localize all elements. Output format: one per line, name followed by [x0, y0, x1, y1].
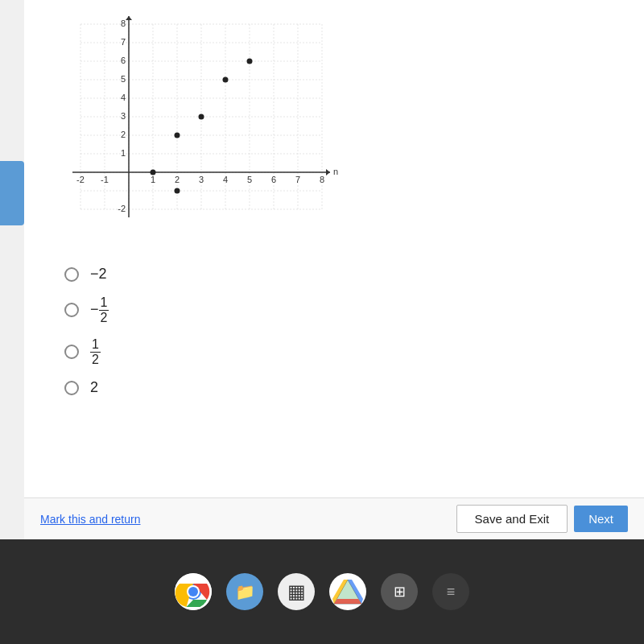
choice-d[interactable]: 2 [64, 379, 620, 396]
taskbar-icons: 📁 ▦ ⊞ ≡ [175, 573, 469, 610]
fraction-b-denominator: 2 [99, 311, 109, 325]
fraction-c-numerator: 1 [90, 337, 101, 353]
svg-marker-8 [334, 599, 361, 604]
app2-icon[interactable]: ≡ [432, 573, 469, 610]
svg-point-3 [188, 587, 198, 597]
radio-b[interactable] [64, 303, 79, 317]
choice-a[interactable]: −2 [64, 266, 620, 283]
fraction-c: 1 2 [90, 337, 101, 366]
choice-a-label: −2 [90, 266, 107, 283]
fraction-b-numerator: 1 [99, 295, 109, 311]
bottom-bar: Mark this and return Save and Exit Next [24, 497, 644, 539]
choice-d-label: 2 [90, 379, 98, 396]
choice-c[interactable]: 1 2 [64, 337, 620, 366]
files-icon[interactable]: 📁 [226, 573, 263, 610]
choice-b-label: − 1 2 [90, 295, 109, 324]
content-area: −2 − 1 2 1 2 [24, 0, 644, 539]
bottom-buttons: Save and Exit Next [456, 505, 628, 533]
radio-a[interactable] [64, 267, 79, 282]
mark-return-link[interactable]: Mark this and return [40, 513, 141, 526]
fraction-c-denominator: 2 [90, 353, 101, 367]
app1-icon[interactable]: ⊞ [381, 573, 418, 610]
answer-choices: −2 − 1 2 1 2 [48, 266, 620, 396]
save-exit-button[interactable]: Save and Exit [456, 505, 568, 533]
drive-icon[interactable] [329, 573, 366, 610]
next-button[interactable]: Next [574, 506, 628, 532]
radio-d[interactable] [64, 381, 79, 395]
graph-canvas [48, 16, 338, 242]
left-tab[interactable] [0, 161, 24, 225]
graph-container [48, 16, 338, 242]
choice-b[interactable]: − 1 2 [64, 295, 620, 324]
qr-icon[interactable]: ▦ [278, 573, 315, 610]
chrome-icon[interactable] [175, 573, 212, 610]
taskbar: 📁 ▦ ⊞ ≡ [0, 539, 644, 644]
radio-c[interactable] [64, 345, 79, 359]
fraction-b: 1 2 [99, 295, 109, 324]
screen: −2 − 1 2 1 2 [0, 0, 644, 644]
choice-c-label: 1 2 [90, 337, 101, 366]
